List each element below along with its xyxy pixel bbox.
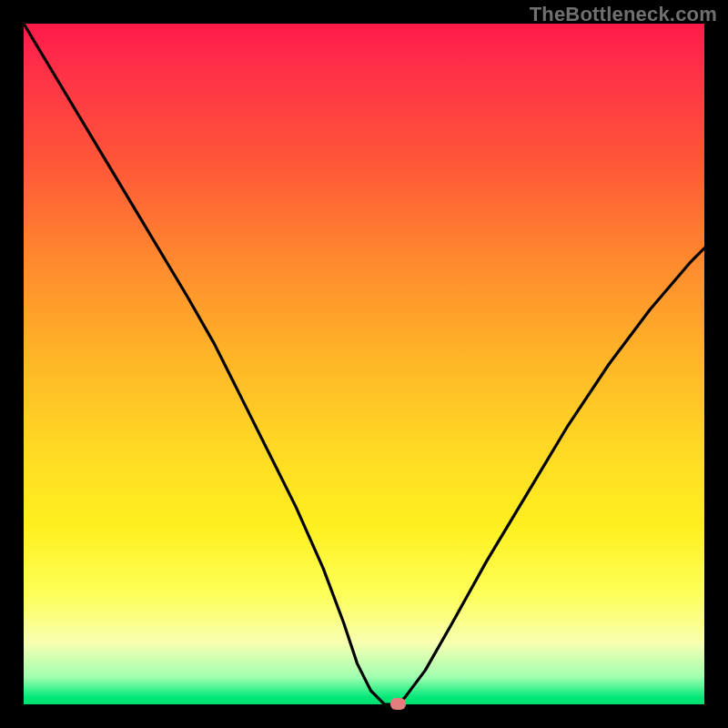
chart-stage: TheBottleneck.com (0, 0, 728, 728)
bottleneck-point-marker (390, 698, 406, 710)
plot-area (24, 24, 704, 704)
line-series (24, 24, 704, 704)
bottleneck-curve-path (24, 24, 704, 704)
watermark-text: TheBottleneck.com (530, 3, 717, 26)
